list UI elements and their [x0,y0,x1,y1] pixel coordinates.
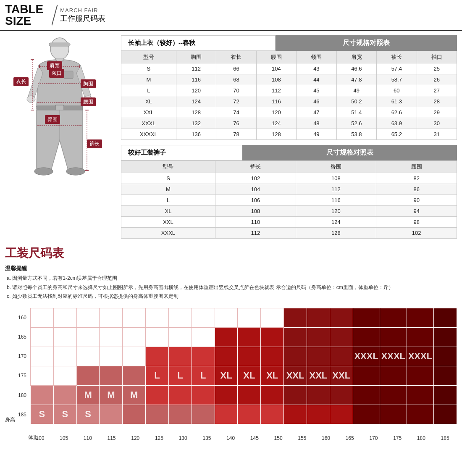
grid-cell [123,308,146,327]
grid-cell [76,308,100,327]
table-cell: 65.2 [377,129,417,140]
shirt-col-cuff: 袖口 [417,51,457,63]
grid-row [31,327,457,347]
table-cell: 31 [417,129,457,140]
grid-cell [261,308,284,327]
table-cell: XL [121,206,215,217]
pants-col-type: 型号 [121,161,215,173]
shirt-col-shoulder: 肩宽 [336,51,376,63]
pants-section-header: 较好工装裤子 尺寸规格对照表 [121,145,457,160]
grid-cell: M [76,385,100,405]
table-cell: 61.3 [377,96,417,107]
shirt-table-row: L1207011245496027 [121,85,457,96]
grid-cell: XL [238,366,261,385]
grid-cell [168,327,192,347]
grid-cell [53,347,76,366]
table-cell: 98 [376,217,457,228]
table-cell: XXXL [121,228,215,239]
table-cell: S [121,173,215,184]
grid-cell [238,385,261,405]
x-axis-label: 105 [58,435,70,441]
grid-cell [146,347,169,366]
table-cell: 104 [215,184,296,195]
x-axis-label: 155 [296,435,308,441]
table-cell: 104 [256,63,296,74]
svg-point-6 [27,96,35,103]
grid-cell [330,308,353,327]
table-cell: 112 [176,63,216,74]
grid-cell [168,385,192,405]
table-cell: 26 [417,74,457,85]
y-axis-label: 170 [18,353,26,359]
table-cell: 112 [215,228,296,239]
table-cell: 52.6 [336,118,376,129]
pants-col-hip: 臀围 [296,161,376,173]
pants-table-row: S10210882 [121,173,457,184]
grid-cell [31,347,54,366]
grid-cell [146,385,169,405]
grid-cell [353,308,380,327]
shirt-table-row: XXXL132761244852.663.930 [121,118,457,129]
table-cell: 124 [176,96,216,107]
table-cell: 46 [297,96,336,107]
table-cell: M [121,74,176,85]
grid-cell [215,308,238,327]
x-axis-label: 135 [200,435,213,441]
shirt-col-collar: 领围 [297,51,336,63]
grid-cell [100,327,123,347]
y-axis: 185180175170165160 [5,308,28,424]
x-axis-label: 170 [367,435,380,441]
reminder-title: 温馨提醒 [5,265,457,272]
y-axis-title: 身高 [5,416,15,423]
grid-cell [284,308,307,327]
x-axis-label: 110 [81,435,94,441]
table-cell: M [121,184,215,195]
table-cell: 70 [216,85,256,96]
grid-cell [215,327,238,347]
collar-label: 领口 [49,69,64,78]
grid-cell [330,405,353,424]
x-axis-label: 115 [105,435,118,441]
chest-label: 胸围 [81,79,96,88]
table-cell: 44 [297,74,336,85]
grid-cell [168,347,192,366]
table-cell: 58.7 [377,74,417,85]
table-cell: 136 [176,129,216,140]
grid-cell: XXL [307,366,330,385]
grid-cell [353,366,380,385]
table-cell: 66 [216,63,256,74]
x-axis-title: 体重 [28,434,38,441]
tables-section: 长袖上衣（较好）--春秋 尺寸规格对照表 型号 胸围 衣长 腰围 领围 肩宽 袖… [121,35,457,239]
table-cell: 62.6 [377,107,417,118]
table-cell: 49 [336,85,376,96]
grid-cell [31,308,54,327]
shirt-table-row: XXL128741204751.462.629 [121,107,457,118]
table-cell: 30 [417,118,457,129]
grid-cell [433,308,457,327]
x-axis-label: 175 [391,435,404,441]
y-axis-label: 160 [18,315,26,321]
grid-cell [76,366,100,385]
grid-cell [168,405,192,424]
grid-cell [76,347,100,366]
x-axis-label: 120 [129,435,142,441]
grid-row [31,308,457,327]
grid-cell [100,366,123,385]
x-axis-label: 145 [248,435,261,441]
table-cell: 106 [215,195,296,206]
size-chart-section: 185180175170165160 身高 XXXLXXXLXXXLLLLXLX… [0,308,462,450]
shirt-col-chest: 胸围 [176,51,216,63]
grid-cell [284,347,307,366]
grid-cell [433,347,457,366]
size-grid-container: 185180175170165160 身高 XXXLXXXLXXXLLLLXLX… [5,308,457,441]
grid-cell [238,405,261,424]
grid-cell: XXXL [353,347,380,366]
pants-table-row: XL10812094 [121,206,457,217]
x-axis-label: 125 [153,435,165,441]
table-cell: 57.4 [377,63,417,74]
grid-cell [123,366,146,385]
pants-table-header-row: 型号 裤长 臀围 腰围 [121,161,457,173]
grid-cell [31,327,54,347]
grid-cell [31,385,54,405]
grid-cell [238,327,261,347]
